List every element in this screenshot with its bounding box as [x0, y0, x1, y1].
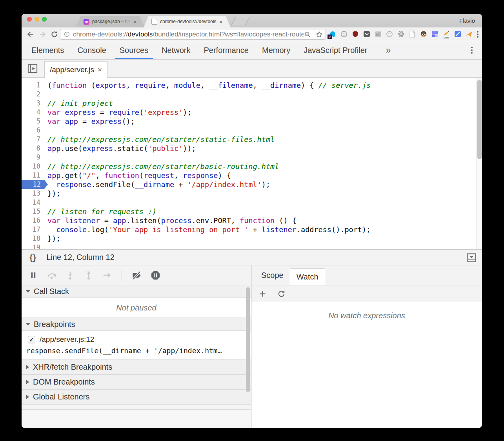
devtools-tab-memory[interactable]: Memory: [255, 41, 297, 59]
triangle-down-icon: [26, 323, 30, 326]
debugger-sidebar: Call Stack Not paused Breakpoints /app/s…: [22, 265, 251, 428]
line-number[interactable]: 11: [22, 171, 44, 180]
tab-watch[interactable]: Watch: [290, 268, 325, 285]
line-number[interactable]: 1: [22, 81, 44, 90]
profile-name: Flavio: [459, 17, 475, 24]
browser-menu-icon[interactable]: [474, 30, 482, 38]
browser-tab-package-json[interactable]: package.json – flaviocopes-rea ×: [76, 16, 145, 27]
devtools-menu-icon[interactable]: [468, 46, 476, 54]
pretty-print-icon[interactable]: {}: [29, 253, 36, 262]
step-over-icon[interactable]: [47, 270, 57, 280]
code-line: // http://expressjs.com/en/starter/stati…: [47, 135, 475, 144]
line-number[interactable]: 16: [22, 216, 44, 225]
close-window-button[interactable]: [27, 17, 32, 22]
deactivate-breakpoints-icon[interactable]: [131, 270, 142, 281]
file-tab-close-icon[interactable]: ×: [98, 65, 102, 74]
browser-window: package.json – flaviocopes-rea × chrome-…: [22, 14, 482, 428]
breakpoint-entry[interactable]: /app/server.js:12 response.sendFile(__di…: [22, 331, 251, 360]
code-line: console.log('Your app is listening on po…: [47, 225, 475, 234]
file-tab-server-js[interactable]: /app/server.js ×: [44, 61, 107, 78]
breakpoint-snippet: response.sendFile(__dirname + '/app/inde…: [26, 347, 251, 355]
new-tab-button[interactable]: [231, 17, 250, 25]
toolbar-divider: [122, 270, 122, 281]
url-bar[interactable]: chrome-devtools://devtools/bundled/inspe…: [60, 29, 326, 40]
shield-extension-icon[interactable]: [351, 30, 359, 38]
minimize-window-button[interactable]: [35, 17, 39, 22]
editor-scrollbar[interactable]: [476, 78, 482, 249]
editor-scrollbar-thumb[interactable]: [477, 80, 482, 159]
face-glasses-extension-icon[interactable]: [420, 30, 428, 38]
line-number[interactable]: 2: [22, 90, 44, 99]
breakpoints-header[interactable]: Breakpoints: [22, 318, 251, 331]
grey-card-extension-icon[interactable]: [374, 30, 382, 38]
page-extension-icon[interactable]: [408, 30, 416, 38]
triangle-down-icon: [26, 290, 30, 293]
tab-close-icon[interactable]: ×: [219, 19, 223, 25]
extension-label: css: [442, 36, 450, 39]
grey-ring-extension-icon[interactable]: [386, 30, 393, 38]
back-icon[interactable]: [26, 30, 35, 38]
add-watch-expression-icon[interactable]: [258, 289, 267, 298]
code-editor[interactable]: 12345678910111213141516171819 (function …: [22, 78, 482, 249]
line-number[interactable]: 10: [22, 162, 44, 171]
line-number[interactable]: 8: [22, 144, 44, 153]
react-atom-extension-icon[interactable]: [397, 30, 405, 38]
global-listeners-header[interactable]: Global Listeners: [22, 390, 251, 405]
tab-close-icon[interactable]: ×: [133, 19, 137, 25]
devtools-tab-performance[interactable]: Performance: [197, 41, 256, 59]
tab-scope[interactable]: Scope: [255, 265, 290, 285]
step-out-icon[interactable]: [84, 270, 94, 280]
line-number[interactable]: 3: [22, 99, 44, 108]
dom-breakpoints-header[interactable]: DOM Breakpoints: [22, 375, 251, 390]
line-number[interactable]: 5: [22, 117, 44, 126]
devtools-panel-tabs: ElementsConsoleSourcesNetworkPerformance…: [25, 41, 374, 59]
devtools-tab-elements[interactable]: Elements: [25, 41, 71, 59]
call-stack-header[interactable]: Call Stack: [22, 285, 251, 298]
browser-tab-devtools[interactable]: chrome-devtools://devtools/bu ×: [144, 16, 231, 27]
exclamation-extension-icon[interactable]: [340, 30, 348, 38]
devtools-tab-javascript-profiler[interactable]: JavaScript Profiler: [297, 41, 374, 59]
page-favicon: [151, 19, 157, 25]
bookmark-star-icon[interactable]: [315, 31, 323, 38]
refresh-watch-icon[interactable]: [277, 289, 286, 298]
line-number[interactable]: 19: [22, 243, 44, 249]
breakpoint-checkbox[interactable]: [28, 336, 35, 343]
orange-flag-extension-icon[interactable]: [465, 30, 473, 38]
zoom-window-button[interactable]: [42, 17, 47, 22]
blue-stripe-extension-icon[interactable]: [454, 30, 462, 38]
step-into-icon[interactable]: [65, 270, 75, 280]
xhr-breakpoints-header[interactable]: XHR/fetch Breakpoints: [22, 360, 251, 375]
info-icon[interactable]: [64, 31, 70, 38]
code-content[interactable]: (function (exports, require, module, __f…: [47, 81, 475, 249]
line-number[interactable]: 18: [22, 234, 44, 243]
sidebar-scrollbar-thumb[interactable]: [246, 287, 250, 392]
reload-icon[interactable]: [50, 30, 58, 38]
devtools-tab-network[interactable]: Network: [155, 41, 197, 59]
line-number[interactable]: 13: [22, 189, 44, 198]
devtools-tab-sources[interactable]: Sources: [113, 41, 155, 59]
zoom-level-icon[interactable]: [304, 31, 311, 38]
color-squares-extension-icon[interactable]: [431, 30, 439, 38]
pause-script-icon[interactable]: [28, 270, 38, 280]
step-icon[interactable]: [102, 270, 112, 280]
line-number[interactable]: 7: [22, 135, 44, 144]
ghost-extension-icon[interactable]: 0: [329, 30, 337, 38]
toggle-debugger-pane-icon[interactable]: [466, 252, 477, 263]
forward-icon[interactable]: [38, 30, 47, 38]
css-pencil-extension-icon[interactable]: css: [442, 30, 450, 38]
code-line: // init project: [47, 99, 475, 108]
more-panels-chevron[interactable]: »: [386, 41, 391, 59]
line-number[interactable]: 15: [22, 207, 44, 216]
show-navigator-icon[interactable]: [27, 63, 38, 74]
pause-on-exceptions-icon[interactable]: [150, 270, 161, 281]
line-number[interactable]: 4: [22, 108, 44, 117]
chevron-pocket-extension-icon[interactable]: [363, 30, 371, 38]
line-number[interactable]: 17: [22, 225, 44, 234]
breakpoint-marker-line-12[interactable]: 12: [22, 180, 48, 189]
line-number[interactable]: 14: [22, 198, 44, 207]
devtools-tab-console[interactable]: Console: [71, 41, 113, 59]
line-number[interactable]: 9: [22, 153, 44, 162]
line-number[interactable]: 6: [22, 126, 44, 135]
call-stack-empty-message: Not paused: [22, 298, 251, 318]
pane-divider[interactable]: [251, 265, 251, 428]
